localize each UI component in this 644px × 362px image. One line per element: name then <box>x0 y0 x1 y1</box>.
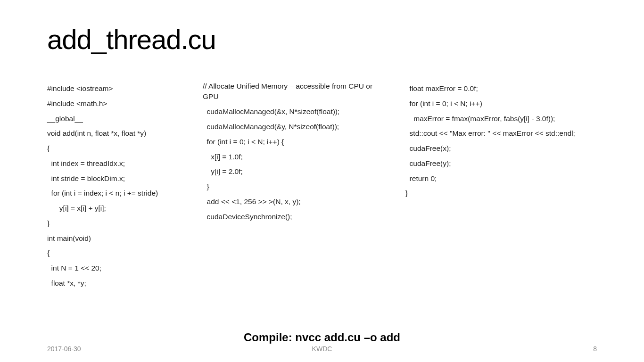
code-line: for (int i = 0; i < N; i++) { <box>203 134 382 149</box>
code-line: __global__ <box>47 111 179 126</box>
code-line: void add(int n, float *x, float *y) <box>47 126 179 141</box>
code-line: int stride = blockDim.x; <box>47 171 179 186</box>
code-line: int N = 1 << 20; <box>47 261 179 276</box>
code-line: int main(void) <box>47 231 179 246</box>
footer-date: 2017-06-30 <box>47 345 81 353</box>
code-line: y[i] = x[i] + y[i]; <box>47 201 179 216</box>
code-line: maxError = fmax(maxError, fabs(y[i] - 3.… <box>405 111 597 126</box>
code-line: add << <1, 256 >> >(N, x, y); <box>203 194 382 209</box>
code-line: #include <math.h> <box>47 96 179 111</box>
code-line: cudaMallocManaged(&y, N*sizeof(float)); <box>203 119 382 134</box>
code-column-2: // Allocate Unified Memory – accessible … <box>203 81 382 291</box>
code-line: x[i] = 1.0f; <box>203 149 382 165</box>
code-line: #include <iostream> <box>47 81 179 96</box>
code-line: for (int i = index; i < n; i += stride) <box>47 186 179 201</box>
code-line: cudaFree(x); <box>405 141 597 156</box>
footer-page: 8 <box>593 345 597 353</box>
code-line: int index = threadIdx.x; <box>47 156 179 171</box>
slide-footer: 2017-06-30 KWDC 8 <box>47 345 597 353</box>
code-line: // Allocate Unified Memory – accessible … <box>203 81 382 101</box>
code-line: { <box>47 141 179 156</box>
code-line: float *x, *y; <box>47 276 179 291</box>
code-columns: #include <iostream> #include <math.h> __… <box>47 81 597 291</box>
slide: add_thread.cu #include <iostream> #inclu… <box>0 0 644 362</box>
slide-title: add_thread.cu <box>47 24 597 55</box>
code-line: float maxError = 0.0f; <box>405 81 597 96</box>
code-line: return 0; <box>405 171 597 186</box>
code-line: y[i] = 2.0f; <box>203 164 382 179</box>
code-line: for (int i = 0; i < N; i++) <box>405 96 597 111</box>
code-line: cudaDeviceSynchronize(); <box>203 209 382 224</box>
code-line: } <box>47 216 179 231</box>
code-line: { <box>47 246 179 261</box>
code-line: } <box>405 186 597 201</box>
code-line: std::cout << "Max error: " << maxError <… <box>405 126 597 141</box>
code-line: cudaMallocManaged(&x, N*sizeof(float)); <box>203 104 382 119</box>
footer-center: KWDC <box>312 345 332 353</box>
code-column-1: #include <iostream> #include <math.h> __… <box>47 81 179 291</box>
compile-instruction: Compile: nvcc add.cu –o add <box>0 331 644 344</box>
code-column-3: float maxError = 0.0f; for (int i = 0; i… <box>405 81 597 291</box>
code-line: } <box>203 179 382 194</box>
code-line: cudaFree(y); <box>405 156 597 171</box>
